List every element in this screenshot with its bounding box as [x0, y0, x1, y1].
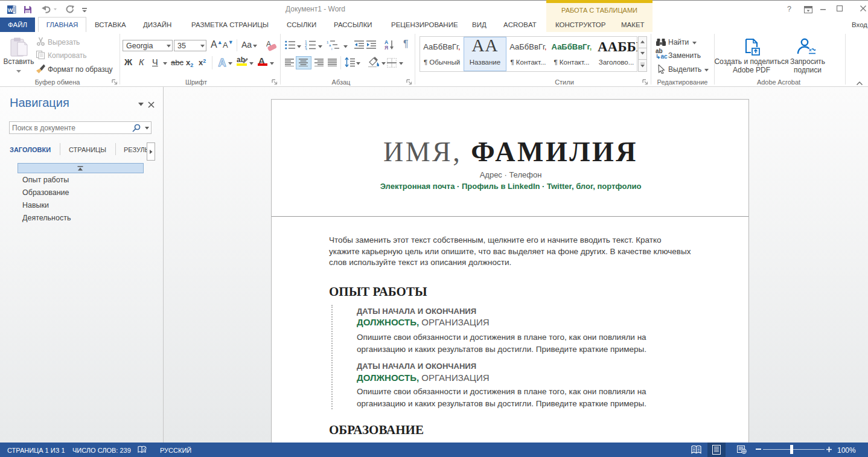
- svg-text:W: W: [8, 7, 13, 13]
- svg-text:x: x: [809, 47, 812, 53]
- svg-text:A: A: [219, 57, 226, 69]
- svg-text:i: i: [331, 47, 332, 50]
- svg-text:Я: Я: [385, 45, 388, 50]
- svg-text:3: 3: [305, 47, 307, 50]
